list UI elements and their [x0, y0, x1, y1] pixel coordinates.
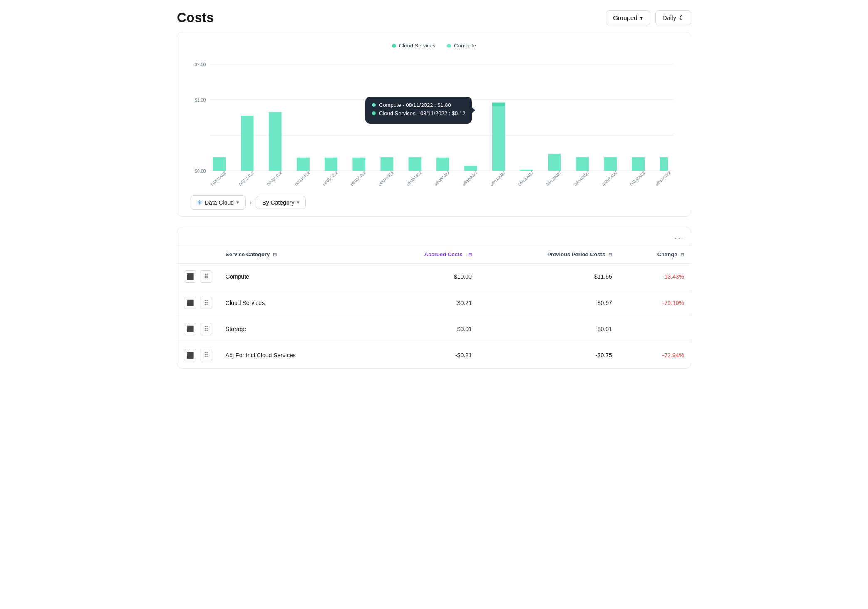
bar-compute-14[interactable]: [576, 157, 589, 171]
bar-compute-15[interactable]: [604, 157, 617, 171]
bar-compute-07[interactable]: [380, 157, 393, 171]
data-cloud-chevron: ▾: [236, 199, 239, 205]
row-accrued: $0.01: [369, 316, 478, 342]
row-grid-icon-btn[interactable]: ⠿: [200, 270, 212, 283]
table-row: ⬛ ⠿ Storage $0.01 $0.01: [177, 316, 691, 342]
bar-compute-03[interactable]: [269, 112, 282, 171]
bar-compute-16[interactable]: [632, 157, 645, 171]
bar-compute-08[interactable]: [409, 157, 422, 171]
bar-cloud-11[interactable]: [492, 102, 505, 106]
header-controls: Grouped ▾ Daily ⇕: [606, 10, 691, 25]
row-icons: ⬛ ⠿: [184, 349, 212, 361]
accrued-sort-icon: ↓⊟: [466, 252, 472, 257]
grouped-dropdown[interactable]: Grouped ▾: [606, 10, 650, 25]
bar-compute-09[interactable]: [436, 158, 449, 171]
row-change: -13.43%: [619, 264, 691, 290]
costs-table: Service Category ⊟ Accrued Costs ↓⊟ Prev…: [177, 245, 691, 368]
th-accrued-costs[interactable]: Accrued Costs ↓⊟: [369, 245, 478, 264]
chart-legend: Cloud Services Compute: [191, 42, 677, 49]
chart-section: Cloud Services Compute $2.00 $1.00 $0.00: [177, 32, 691, 217]
row-icons-cell: ⬛ ⠿: [177, 342, 219, 369]
svg-text:08/15/2022: 08/15/2022: [602, 171, 618, 187]
bar-compute-11[interactable]: [492, 107, 505, 171]
svg-text:08/07/2022: 08/07/2022: [378, 171, 394, 187]
legend-dot-cloud-services: [392, 44, 396, 48]
breadcrumb-separator: ›: [250, 199, 252, 206]
row-chart-icon-btn[interactable]: ⬛: [184, 297, 196, 309]
page-header: Costs Grouped ▾ Daily ⇕: [177, 10, 691, 25]
bar-compute-06[interactable]: [352, 158, 365, 171]
row-chart-icon-btn[interactable]: ⬛: [184, 270, 196, 283]
svg-text:$2.00: $2.00: [195, 62, 206, 67]
legend-dot-compute: [447, 44, 451, 48]
svg-text:$0.00: $0.00: [195, 168, 206, 173]
svg-text:08/16/2022: 08/16/2022: [630, 171, 646, 187]
table-toolbar: ...: [177, 227, 691, 245]
bar-compute-05[interactable]: [325, 158, 337, 171]
row-previous: -$0.75: [479, 342, 619, 369]
row-icons: ⬛ ⠿: [184, 323, 212, 335]
svg-text:08/11/2022: 08/11/2022: [490, 171, 506, 187]
bar-compute-17[interactable]: [660, 157, 668, 171]
row-chart-icon-btn[interactable]: ⬛: [184, 323, 196, 335]
svg-text:08/06/2022: 08/06/2022: [350, 171, 366, 187]
th-service-category[interactable]: Service Category ⊟: [219, 245, 369, 264]
bar-compute-13[interactable]: [548, 154, 561, 171]
row-previous: $0.01: [479, 316, 619, 342]
legend-item-cloud-services: Cloud Services: [392, 42, 435, 49]
change-filter-icon: ⊟: [680, 252, 684, 257]
by-category-chevron: ▾: [297, 199, 300, 205]
bar-compute-04[interactable]: [297, 158, 310, 171]
svg-text:08/03/2022: 08/03/2022: [266, 171, 283, 187]
th-icons: [177, 245, 219, 264]
table-section: ... Service Category ⊟ Accrued Costs ↓⊟ …: [177, 227, 691, 369]
row-icons: ⬛ ⠿: [184, 297, 212, 309]
svg-text:08/02/2022: 08/02/2022: [238, 171, 255, 187]
svg-text:08/05/2022: 08/05/2022: [322, 171, 338, 187]
row-service-name: Storage: [219, 316, 369, 342]
th-previous-period-costs[interactable]: Previous Period Costs ⊟: [479, 245, 619, 264]
bar-compute-10[interactable]: [464, 166, 477, 171]
by-category-filter[interactable]: By Category ▾: [256, 196, 306, 209]
row-service-name: Cloud Services: [219, 290, 369, 316]
row-accrued: -$0.21: [369, 342, 478, 369]
table-row: ⬛ ⠿ Adj For Incl Cloud Services -$0.21 -…: [177, 342, 691, 369]
snowflake-icon: ❄: [197, 198, 202, 206]
svg-text:08/14/2022: 08/14/2022: [573, 171, 590, 187]
row-previous: $0.97: [479, 290, 619, 316]
svg-text:$1.00: $1.00: [195, 97, 206, 102]
svg-text:08/01/2022: 08/01/2022: [211, 171, 227, 187]
th-change[interactable]: Change ⊟: [619, 245, 691, 264]
svg-text:08/12/2022: 08/12/2022: [518, 171, 534, 187]
row-icons-cell: ⬛ ⠿: [177, 316, 219, 342]
row-grid-icon-btn[interactable]: ⠿: [200, 297, 212, 309]
row-change: [619, 316, 691, 342]
legend-item-compute: Compute: [447, 42, 476, 49]
chevron-down-icon: ▾: [640, 14, 643, 22]
table-row: ⬛ ⠿ Cloud Services $0.21 $0.97 -79.10%: [177, 290, 691, 316]
bar-compute-02[interactable]: [241, 116, 254, 171]
row-chart-icon-btn[interactable]: ⬛: [184, 349, 196, 361]
row-service-name: Adj For Incl Cloud Services: [219, 342, 369, 369]
bar-compute-01[interactable]: [213, 157, 226, 171]
bar-chart-icon: ⬛: [186, 352, 194, 359]
more-options-button[interactable]: ...: [675, 231, 684, 241]
row-change: -79.10%: [619, 290, 691, 316]
row-grid-icon-btn[interactable]: ⠿: [200, 349, 212, 361]
row-grid-icon-btn[interactable]: ⠿: [200, 323, 212, 335]
table-row: ⬛ ⠿ Compute $10.00 $11.55 -13.43%: [177, 264, 691, 290]
svg-text:08/04/2022: 08/04/2022: [294, 171, 310, 187]
bar-chart-icon: ⬛: [186, 299, 194, 307]
table-body: ⬛ ⠿ Compute $10.00 $11.55 -13.43% ⬛ ⠿: [177, 264, 691, 369]
daily-dropdown[interactable]: Daily ⇕: [655, 10, 691, 25]
bar-chart: $2.00 $1.00 $0.00: [191, 55, 677, 188]
page-title: Costs: [177, 10, 214, 25]
row-change: -72.94%: [619, 342, 691, 369]
grid-icon: ⠿: [204, 299, 208, 307]
grid-icon: ⠿: [204, 325, 208, 333]
row-icons: ⬛ ⠿: [184, 270, 212, 283]
grid-icon: ⠿: [204, 352, 208, 359]
row-previous: $11.55: [479, 264, 619, 290]
data-cloud-filter[interactable]: ❄ Data Cloud ▾: [191, 195, 246, 210]
svg-text:08/09/2022: 08/09/2022: [434, 171, 450, 187]
